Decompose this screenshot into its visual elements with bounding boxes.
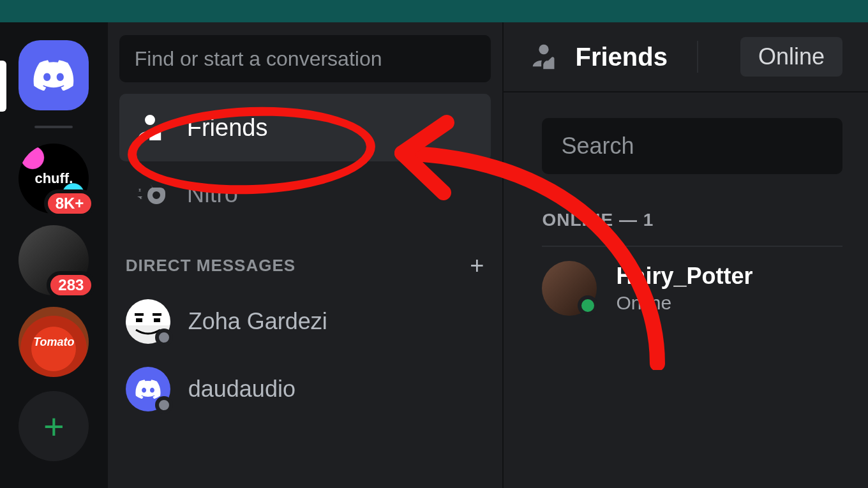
page-title: Friends — [575, 43, 667, 71]
tab-online[interactable]: Online — [740, 37, 842, 77]
divider — [697, 41, 698, 73]
plus-icon: + — [43, 406, 64, 447]
friends-nav-label: Friends — [187, 114, 268, 142]
server-tomato-label: Tomato — [33, 336, 74, 349]
home-button[interactable] — [19, 40, 89, 110]
server-bw[interactable]: 283 — [19, 225, 89, 295]
dm-item-zoha[interactable]: Zoha Gardezi — [119, 291, 491, 352]
svg-rect-2 — [136, 318, 142, 322]
server-bar: chuff. 8K+ 283 Tomato + — [0, 22, 108, 488]
avatar — [126, 367, 170, 411]
find-conversation-input[interactable]: Find or start a conversation — [119, 35, 491, 82]
friend-name: Hairy_Potter — [616, 263, 752, 290]
avatar — [542, 261, 597, 316]
dm-section-label: DIRECT MESSAGES — [126, 256, 296, 276]
wave-icon — [529, 42, 558, 71]
find-conversation-placeholder: Find or start a conversation — [135, 47, 382, 71]
avatar — [126, 299, 170, 344]
discord-icon — [33, 60, 74, 91]
server-bw-badge: 283 — [47, 271, 95, 299]
dm-item-name: Zoha Gardezi — [188, 308, 327, 335]
status-online-icon — [578, 295, 598, 316]
status-offline-icon — [155, 329, 173, 346]
nitro-nav-item[interactable]: Nitro — [119, 165, 491, 223]
content-header: Friends Online — [504, 22, 868, 92]
friends-search-input[interactable]: Search — [542, 118, 842, 174]
wave-icon — [135, 112, 165, 143]
add-server-button[interactable]: + — [19, 391, 89, 461]
content-area: Friends Online Search ONLINE — 1 Hairy_P… — [504, 22, 868, 488]
server-selection-indicator — [0, 61, 6, 112]
server-chuff-label: chuff. — [34, 170, 73, 187]
friend-row[interactable]: Hairy_Potter Online — [542, 247, 842, 330]
friends-search-placeholder: Search — [561, 133, 634, 159]
friends-nav-item[interactable]: Friends — [119, 94, 491, 161]
nitro-icon — [135, 181, 165, 207]
status-offline-icon — [155, 396, 173, 414]
create-dm-button[interactable]: + — [470, 252, 484, 279]
svg-rect-3 — [154, 318, 160, 322]
online-section-label: ONLINE — 1 — [542, 210, 842, 247]
svg-rect-1 — [153, 313, 161, 316]
dm-column: Find or start a conversation Friends Nit… — [108, 22, 504, 488]
friend-status: Online — [616, 292, 752, 314]
server-chuff-badge: 8K+ — [44, 189, 96, 218]
tab-online-label: Online — [758, 43, 825, 70]
server-separator — [34, 126, 73, 128]
svg-rect-0 — [135, 313, 144, 316]
nitro-nav-label: Nitro — [187, 181, 238, 208]
dm-item-daudaudio[interactable]: daudaudio — [119, 359, 491, 420]
server-tomato[interactable]: Tomato — [19, 307, 89, 377]
os-topbar — [0, 0, 868, 22]
server-chuff[interactable]: chuff. 8K+ — [19, 144, 89, 214]
dm-item-name: daudaudio — [188, 376, 296, 403]
dm-section-header: DIRECT MESSAGES + — [119, 252, 491, 285]
